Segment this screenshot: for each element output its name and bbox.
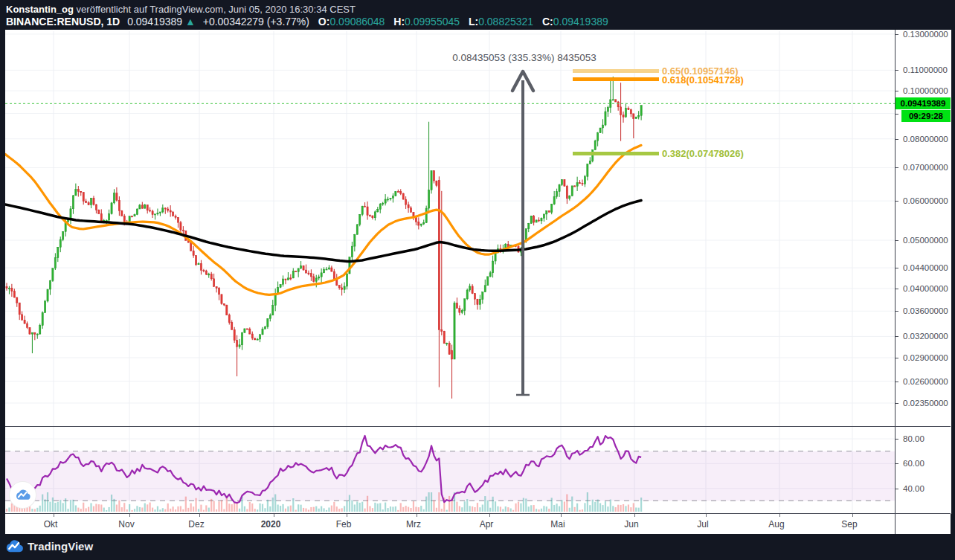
candle-body: [177, 217, 179, 222]
price-tick-dash: [895, 311, 898, 312]
candle-body: [344, 286, 345, 289]
time-scale[interactable]: OktNovDez2020FebMrzAprMaiJunJulAugSep: [5, 514, 951, 534]
volume-bar: [448, 496, 450, 512]
volume-bar: [566, 495, 567, 512]
volume-bar: [36, 508, 38, 512]
fib-level-label-0382: 0.382(0.07478026): [662, 148, 744, 159]
rsi-tick-dash: [895, 489, 898, 489]
volume-bar: [287, 506, 289, 512]
volume-bar: [338, 509, 340, 512]
volume-bar: [413, 501, 414, 512]
volume-bar: [292, 498, 294, 512]
volume-bar: [433, 501, 434, 512]
price-tick-dash: [895, 70, 898, 71]
fib-level-line-0382[interactable]: [573, 152, 659, 155]
candle-body: [431, 171, 432, 190]
volume-bar: [402, 507, 404, 512]
candle-body: [39, 326, 41, 334]
volume-bar: [420, 506, 422, 512]
candle-body: [77, 190, 79, 192]
candle-body: [640, 106, 642, 116]
candle-body: [599, 128, 601, 133]
volume-bar: [574, 507, 576, 512]
candle-body: [22, 315, 23, 321]
volume-bar: [364, 509, 366, 512]
candle-body: [566, 186, 567, 198]
high-label: H:: [393, 16, 405, 28]
candle-body: [638, 115, 640, 117]
candle-body: [628, 109, 629, 110]
price-tick-dash: [895, 358, 898, 358]
volume-bar: [461, 507, 463, 512]
volume-bar: [80, 509, 82, 512]
candle-body: [559, 184, 560, 191]
volume-bar: [136, 506, 138, 512]
candle-body: [356, 225, 358, 234]
volume-bar: [93, 506, 94, 512]
candle-body: [489, 273, 491, 277]
candle-body: [318, 277, 320, 278]
volume-bar: [254, 509, 256, 512]
candle-body: [257, 339, 258, 340]
volume-bar: [65, 498, 66, 512]
fib-level-line-065[interactable]: [573, 69, 659, 73]
volume-bar: [374, 503, 376, 512]
time-tick-label: Aug: [768, 519, 784, 530]
candle-body: [195, 255, 196, 264]
volume-bar: [497, 506, 498, 512]
volume-bar: [484, 496, 486, 512]
volume-bar: [210, 499, 212, 512]
candle-body: [98, 210, 100, 213]
fib-level-line-0618[interactable]: [573, 77, 659, 81]
volume-bar: [369, 506, 370, 512]
price-tick-label: 0.06000000: [903, 196, 948, 205]
candle-body: [459, 309, 460, 313]
candle-body: [474, 294, 475, 300]
volume-bar: [477, 503, 478, 512]
volume-bar: [218, 501, 219, 512]
arrow-annotation[interactable]: [512, 71, 533, 395]
volume-bar: [31, 509, 33, 512]
time-tick-label: Mai: [550, 519, 565, 530]
pane-separator[interactable]: [5, 426, 951, 427]
volume-bar: [54, 503, 56, 512]
candle-body: [372, 216, 373, 218]
volume-bar: [569, 508, 570, 512]
candle-body: [54, 258, 56, 268]
candle-body: [569, 196, 570, 198]
volume-bar: [180, 506, 181, 512]
candle-body: [93, 198, 94, 205]
volume-bar: [190, 503, 192, 512]
rsi-pane[interactable]: [5, 427, 895, 513]
candle-body: [461, 310, 463, 312]
volume-bar: [285, 509, 286, 512]
volume-bar: [45, 499, 46, 512]
volume-bar: [538, 509, 539, 512]
time-tick-label: Jul: [697, 519, 708, 530]
candle-body: [379, 205, 381, 210]
volume-bar: [456, 502, 457, 512]
volume-bar: [173, 506, 174, 512]
volume-bar: [548, 509, 550, 512]
volume-bar: [251, 503, 253, 512]
symbol-info-row: BINANCE:RENUSD, 1D 0.09419389 ▲ +0.00342…: [6, 16, 608, 28]
candle-body: [213, 279, 215, 287]
volume-bar: [359, 503, 361, 512]
tradingview-logo-link[interactable]: TradingView: [0, 534, 104, 560]
candle-body: [326, 269, 327, 270]
candle-body: [198, 263, 199, 264]
price-pane[interactable]: [5, 30, 895, 426]
volume-bar: [628, 504, 629, 512]
candle-body: [136, 209, 138, 214]
candle-body: [313, 277, 315, 281]
candle-body: [400, 192, 402, 194]
volume-bar: [47, 492, 48, 512]
candle-body: [300, 265, 302, 268]
volume-bar: [277, 504, 279, 512]
ma-slow-black-line[interactable]: [5, 200, 641, 261]
volume-bar: [584, 503, 585, 512]
volume-bar: [39, 506, 41, 512]
candle-body: [70, 209, 71, 219]
candle-body: [387, 199, 388, 200]
volume-bar: [512, 510, 514, 512]
